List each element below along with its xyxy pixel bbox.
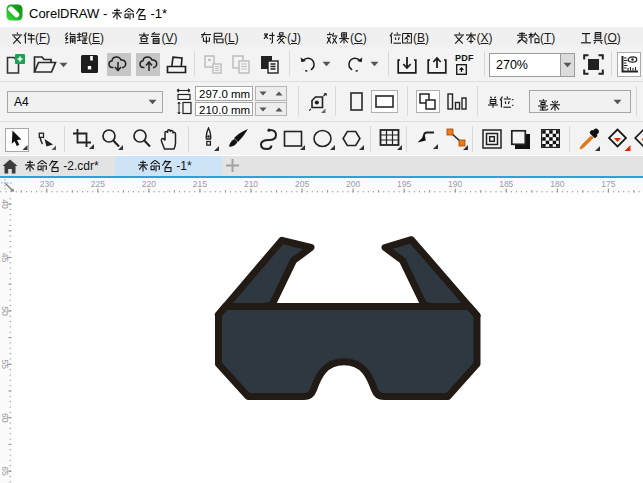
svg-text:205: 205 <box>295 179 309 189</box>
svg-text:190: 190 <box>448 179 462 189</box>
svg-text:185: 185 <box>499 179 513 189</box>
svg-text:215: 215 <box>193 179 207 189</box>
svg-text:230: 230 <box>40 179 54 189</box>
svg-text:220: 220 <box>142 179 156 189</box>
svg-text:200: 200 <box>346 179 360 189</box>
svg-text:225: 225 <box>91 179 105 189</box>
svg-text:175: 175 <box>601 179 615 189</box>
svg-text:195: 195 <box>397 179 411 189</box>
svg-text:210: 210 <box>244 179 258 189</box>
svg-text:180: 180 <box>550 179 564 189</box>
